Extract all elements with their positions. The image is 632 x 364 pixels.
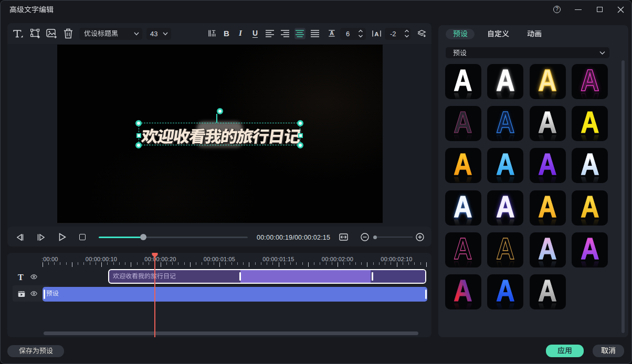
svg-text:A: A	[330, 30, 334, 36]
svg-text:A: A	[374, 31, 378, 37]
